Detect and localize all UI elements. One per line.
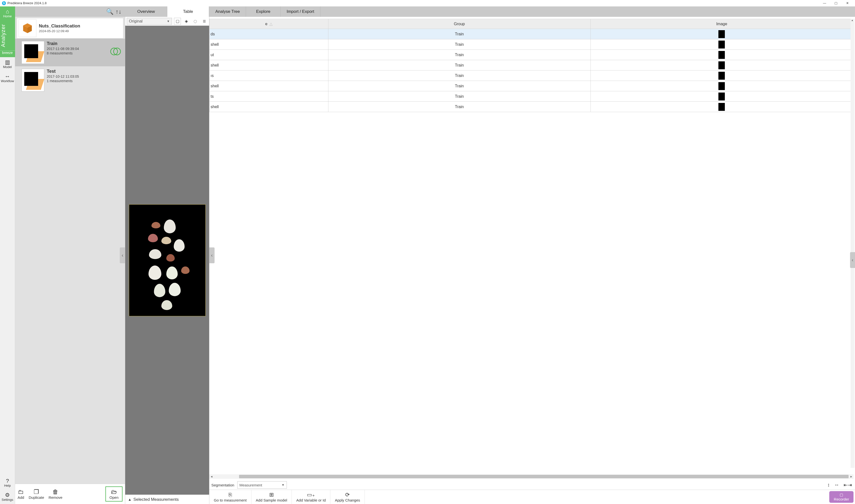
table-row[interactable]: utTrain: [210, 50, 853, 60]
nav-model[interactable]: ▥ Model: [0, 57, 15, 71]
dataset-meas: 8 measurements: [47, 51, 110, 55]
selected-measurements-bar[interactable]: ▴ Selected Measurements: [125, 494, 209, 504]
table-row[interactable]: tsTrain: [210, 91, 853, 102]
cell-name: ts: [210, 91, 328, 102]
trash-icon: 🗑: [52, 488, 58, 496]
cell-name: ut: [210, 50, 328, 60]
add-variable-button[interactable]: ▭₊ Add Variable or Id: [292, 490, 331, 504]
nav-settings[interactable]: ⚙ Settings: [0, 490, 15, 504]
close-button[interactable]: ✕: [842, 0, 853, 6]
col-header-image[interactable]: Image: [590, 19, 853, 29]
collapse-far-right-handle[interactable]: ‹: [850, 252, 855, 268]
fit-width-icon[interactable]: ⇤⇥: [843, 482, 852, 488]
cell-group: Train: [328, 91, 590, 102]
vertical-nav: ⌂ Home Analyzer breeze ▥ Model ↔ Workflo…: [0, 6, 15, 504]
maximize-button[interactable]: ▢: [830, 0, 842, 6]
apply-changes-button[interactable]: ⟳ Apply Changes: [331, 490, 365, 504]
drop-icon[interactable]: ◌: [192, 18, 199, 25]
center-panel: ‹ Overview Table Original ▼ ▢ ◈ ◌ ≣: [125, 6, 209, 504]
goto-icon: ⎘: [229, 492, 232, 498]
tab-overview[interactable]: Overview: [125, 6, 167, 17]
folder-open-icon: 🗁: [111, 488, 117, 496]
table-row[interactable]: shellTrain: [210, 102, 853, 112]
cell-image: [590, 102, 853, 112]
dataset-test[interactable]: Test 2017-10-12 11:03:05 1 measurements: [15, 66, 125, 94]
chevron-up-icon: ▴: [129, 497, 131, 502]
col-header-group[interactable]: Group: [328, 19, 590, 29]
col-header-name[interactable]: e △: [210, 19, 328, 29]
chart-icon: ▥: [5, 60, 10, 65]
search-icon[interactable]: 🔍: [106, 8, 113, 15]
recorder-button[interactable]: ▢ Recorder: [829, 491, 854, 503]
nav-breeze-label: breeze: [0, 51, 15, 57]
nav-home[interactable]: ⌂ Home: [0, 6, 15, 20]
left-panel-actions: 🗀 Add ❐ Duplicate 🗑 Remove 🗁 Open: [15, 484, 125, 504]
tab-explore[interactable]: Explore: [246, 6, 281, 17]
cell-group: Train: [328, 60, 590, 71]
table-row[interactable]: shellTrain: [210, 39, 853, 50]
resize-horizontal-icon[interactable]: ↔: [834, 482, 839, 488]
cell-name: shell: [210, 102, 328, 112]
cell-image: [590, 60, 853, 71]
dataset-thumb: [21, 69, 44, 92]
project-thumb: [19, 19, 36, 37]
selected-measurements-label: Selected Measurements: [133, 497, 179, 502]
center-tabs: Overview Table: [125, 6, 209, 17]
cell-image: [590, 50, 853, 60]
add-var-label: Add Variable or Id: [296, 498, 326, 502]
duplicate-button[interactable]: ❐ Duplicate: [29, 488, 44, 500]
table-row[interactable]: shellTrain: [210, 60, 853, 71]
open-label: Open: [109, 496, 119, 500]
nav-workflow[interactable]: ↔ Workflow: [0, 71, 15, 85]
layer-dropdown[interactable]: Original ▼: [127, 18, 172, 25]
sort-icon[interactable]: ↑↓: [115, 8, 122, 15]
nav-analyzer[interactable]: Analyzer: [0, 20, 15, 51]
left-panel-toolbar: 🔍 ↑↓: [15, 6, 125, 17]
cell-image: [590, 71, 853, 81]
dataset-date: 2017-11-08 09:39:04: [47, 47, 110, 51]
dataset-title: Test: [47, 69, 123, 74]
minimize-button[interactable]: —: [819, 0, 830, 6]
cell-group: Train: [328, 81, 590, 91]
cell-image: [590, 91, 853, 102]
nav-settings-label: Settings: [2, 498, 13, 502]
dataset-train[interactable]: Train 2017-11-08 09:39:04 8 measurements: [15, 39, 125, 66]
project-title: Nuts_Classification: [39, 23, 80, 29]
frame-mode-icon[interactable]: ▢: [174, 18, 181, 25]
home-icon: ⌂: [6, 9, 9, 14]
open-button[interactable]: 🗁 Open: [105, 486, 123, 502]
resize-vertical-icon[interactable]: ↕: [827, 482, 830, 488]
project-date: 2024-05-20 12:09:49: [39, 29, 80, 33]
caret-down-icon: ▼: [282, 483, 285, 487]
add-button[interactable]: 🗀 Add: [18, 488, 24, 500]
cell-image: [590, 81, 853, 91]
image-viewport[interactable]: [125, 26, 209, 494]
add-sample-model-button[interactable]: ⊞ Add Sample model: [251, 490, 292, 504]
nav-help[interactable]: ? Help: [0, 476, 15, 490]
right-tabs: Analyse Tree Explore Import / Export: [209, 6, 855, 17]
sort-asc-icon: △: [269, 22, 272, 26]
table-row[interactable]: shellTrain: [210, 81, 853, 91]
add-sample-label: Add Sample model: [256, 498, 287, 502]
table-row[interactable]: dsTrain: [210, 29, 853, 39]
right-panel: Analyse Tree Explore Import / Export e △…: [209, 6, 855, 504]
h-scrollbar[interactable]: ◄ ►: [209, 474, 854, 479]
cell-group: Train: [328, 71, 590, 81]
table-row[interactable]: ısTrain: [210, 71, 853, 81]
v-scrollbar[interactable]: ▲: [851, 19, 855, 468]
workflow-icon: ↔: [5, 74, 10, 79]
tab-analyse-tree[interactable]: Analyse Tree: [209, 6, 246, 17]
nav-home-label: Home: [3, 14, 12, 18]
tab-import-export[interactable]: Import / Export: [281, 6, 320, 17]
tab-table[interactable]: Table: [167, 6, 209, 17]
svg-point-4: [113, 48, 121, 55]
camera-icon: ▢: [840, 492, 843, 497]
scroll-right-icon: ►: [849, 475, 854, 478]
collapse-left-handle[interactable]: ‹: [120, 248, 125, 263]
goto-measurement-button[interactable]: ⎘ Go to measurement: [209, 490, 251, 504]
remove-button[interactable]: 🗑 Remove: [49, 488, 63, 500]
segmentation-dropdown[interactable]: Measurement ▼: [237, 481, 287, 489]
project-card[interactable]: Nuts_Classification 2024-05-20 12:09:49: [17, 18, 123, 38]
list-icon[interactable]: ≣: [201, 18, 208, 25]
layers-icon[interactable]: ◈: [183, 18, 190, 25]
